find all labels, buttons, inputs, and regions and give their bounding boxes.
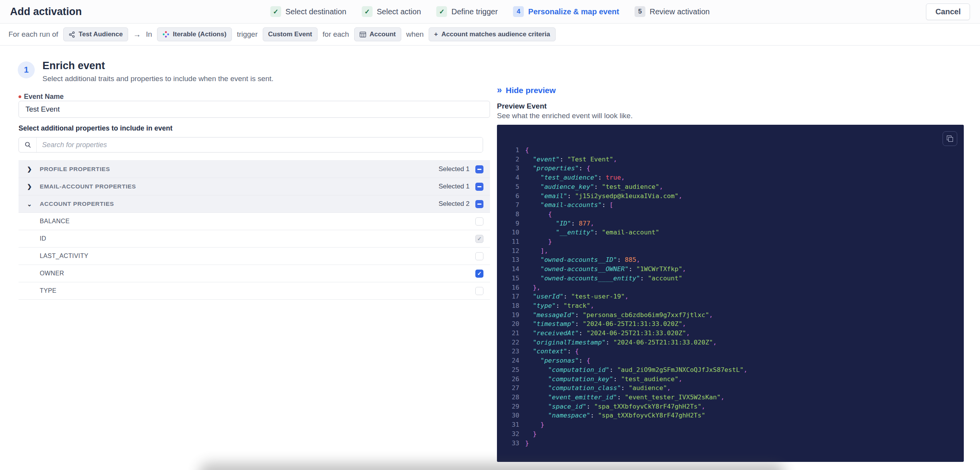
- group-label: EMAIL-ACCOUNT PROPERTIES: [40, 183, 136, 190]
- property-checkbox-checked[interactable]: [475, 270, 483, 278]
- search-icon: [19, 137, 37, 152]
- step-define-trigger[interactable]: ✓ Define trigger: [436, 6, 498, 17]
- check-icon: ✓: [362, 6, 373, 17]
- event-type-chip[interactable]: Custom Event: [263, 27, 318, 41]
- destination-chip[interactable]: Iterable (Actions): [157, 27, 232, 41]
- code-line: 22 "originalTimestamp": "2024-06-25T21:3…: [505, 338, 956, 347]
- destination-chip-label: Iterable (Actions): [173, 31, 226, 38]
- step-select-destination[interactable]: ✓ Select destination: [270, 6, 346, 17]
- code-line: 10 "__entity": "email-account": [505, 228, 956, 237]
- when-word: when: [406, 30, 424, 39]
- code-line: 17 "userId": "test-user-19",: [505, 292, 956, 301]
- code-line: 25 "computation_id": "aud_2iO9m2gSFmJNXC…: [505, 365, 956, 375]
- code-line: 9 "ID": 877,: [505, 219, 956, 228]
- search-input[interactable]: [37, 137, 483, 152]
- property-search: [19, 137, 483, 153]
- enrich-subtitle: Select additional traits and properties …: [42, 75, 274, 83]
- code-line: 26 "computation_key": "test_audience",: [505, 375, 956, 384]
- property-row-id[interactable]: ID: [19, 230, 490, 248]
- check-icon: ✓: [436, 6, 447, 17]
- step-label: Review activation: [650, 7, 710, 16]
- code-line: 18 "type": "track",: [505, 301, 956, 311]
- trigger-prefix-text: For each run of: [8, 30, 58, 39]
- chevron-right-icon: ❯: [27, 166, 35, 173]
- property-row-last-activity[interactable]: LAST_ACTIVITY: [19, 248, 490, 265]
- bottom-shadow: [199, 463, 785, 470]
- code-line: 27 "computation_class": "audience",: [505, 383, 956, 393]
- arrow-icon: →: [133, 30, 141, 39]
- selected-count: Selected 2: [439, 200, 470, 208]
- audience-chip[interactable]: Test Audience: [63, 27, 128, 41]
- event-name-input[interactable]: [19, 101, 490, 118]
- code-line: 13 "owned-accounts__ID": 885,: [505, 255, 956, 265]
- code-lines: 1{2 "event": "Test Event",3 "properties"…: [497, 125, 964, 448]
- property-checkbox[interactable]: [475, 287, 483, 295]
- check-icon: ✓: [270, 6, 281, 17]
- selected-count: Selected 1: [439, 165, 470, 173]
- property-label: TYPE: [40, 287, 56, 294]
- audience-chip-label: Test Audience: [79, 31, 123, 38]
- property-label: ID: [40, 235, 46, 242]
- property-label: LAST_ACTIVITY: [40, 253, 88, 260]
- property-label: BALANCE: [40, 218, 70, 225]
- selected-count: Selected 1: [439, 183, 470, 190]
- plus-icon: +: [434, 31, 438, 38]
- code-line: 12 ],: [505, 246, 956, 256]
- step-label: Define trigger: [451, 7, 498, 16]
- step-review-activation[interactable]: 5 Review activation: [635, 6, 710, 17]
- property-checkbox[interactable]: [475, 252, 483, 260]
- property-row-type[interactable]: TYPE: [19, 282, 490, 300]
- entity-chip[interactable]: Account: [354, 27, 401, 41]
- group-account-properties[interactable]: ⌄ ACCOUNT PROPERTIES Selected 2: [19, 195, 490, 213]
- property-row-owner[interactable]: OWNER: [19, 265, 490, 282]
- audience-icon: [69, 31, 75, 38]
- group-label: PROFILE PROPERTIES: [40, 166, 110, 173]
- group-label: ACCOUNT PROPERTIES: [40, 200, 114, 207]
- code-line: 4 "test_audience": true,: [505, 173, 956, 182]
- code-line: 11 }: [505, 237, 956, 246]
- code-line: 29 "space_id": "spa_tXXbfoyvCkY8rF47ghH2…: [505, 402, 956, 411]
- wizard-steps: ✓ Select destination ✓ Select action ✓ D…: [270, 6, 710, 17]
- property-label: OWNER: [40, 270, 64, 277]
- code-line: 21 "receivedAt": "2024-06-25T21:31:33.02…: [505, 329, 956, 338]
- criteria-chip[interactable]: + Account matches audience criteria: [429, 27, 555, 41]
- step-select-action[interactable]: ✓ Select action: [362, 6, 421, 17]
- step-personalize-map-event[interactable]: 4 Personalize & map event: [513, 6, 619, 17]
- event-name-label-text: Event Name: [24, 93, 64, 101]
- event-type-chip-label: Custom Event: [268, 31, 312, 38]
- group-profile-properties[interactable]: ❯ PROFILE PROPERTIES Selected 1: [19, 161, 490, 178]
- event-name-label: Event Name: [19, 93, 64, 101]
- code-line: 7 "email-accounts": [: [505, 200, 956, 210]
- double-chevron-right-icon: »: [497, 85, 502, 95]
- code-line: 19 "messageId": "personas_cb6zdbo6im9g7x…: [505, 311, 956, 320]
- app-header: Add activation ✓ Select destination ✓ Se…: [0, 0, 980, 24]
- required-dot-icon: [19, 95, 21, 98]
- hide-preview-link[interactable]: » Hide preview: [497, 85, 556, 95]
- code-line: 30 "namespace": "spa_tXXbfoyvCkY8rF47ghH…: [505, 411, 956, 420]
- cancel-button[interactable]: Cancel: [926, 3, 970, 20]
- step-number-badge: 4: [513, 6, 524, 17]
- code-line: 8 {: [505, 210, 956, 219]
- group-checkbox-indeterminate[interactable]: [475, 165, 483, 173]
- trigger-word: trigger: [237, 30, 258, 39]
- enrich-step-header: 1 Enrich event Select additional traits …: [18, 60, 274, 83]
- criteria-chip-label: Account matches audience criteria: [441, 31, 550, 38]
- code-line: 33}: [505, 439, 956, 448]
- code-line: 20 "timestamp": "2024-06-25T21:31:33.020…: [505, 319, 956, 329]
- code-line: 1{: [505, 146, 956, 155]
- code-line: 24 "personas": {: [505, 356, 956, 365]
- property-row-balance[interactable]: BALANCE: [19, 213, 490, 230]
- code-line: 28 "event_emitter_id": "event_tester_IVX…: [505, 393, 956, 402]
- code-line: 23 "context": {: [505, 347, 956, 356]
- group-email-account-properties[interactable]: ❯ EMAIL-ACCOUNT PROPERTIES Selected 1: [19, 178, 490, 195]
- group-checkbox-indeterminate[interactable]: [475, 200, 483, 208]
- group-checkbox-indeterminate[interactable]: [475, 183, 483, 191]
- enrich-title: Enrich event: [42, 60, 274, 72]
- step-label: Select action: [377, 7, 421, 16]
- properties-heading: Select additional properties to include …: [19, 124, 172, 132]
- step-label: Select destination: [286, 7, 346, 16]
- step-label: Personalize & map event: [528, 7, 619, 16]
- in-word: In: [146, 30, 152, 39]
- property-checkbox[interactable]: [475, 217, 483, 226]
- copy-button[interactable]: [943, 131, 957, 146]
